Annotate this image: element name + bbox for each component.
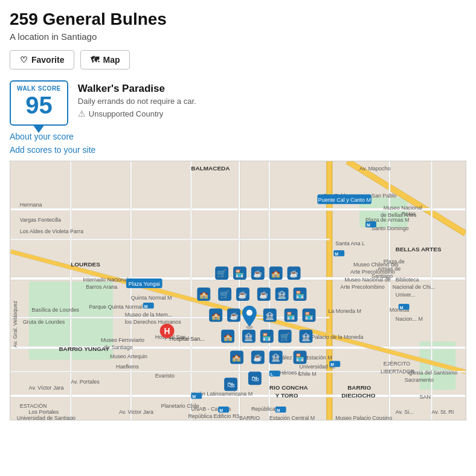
svg-text:EJÉRCITO: EJÉRCITO (384, 361, 410, 367)
svg-text:☕: ☕ (238, 290, 247, 299)
svg-text:los Derechos Humanos: los Derechos Humanos (125, 319, 181, 325)
svg-text:Iglesia del Santísimo: Iglesia del Santísimo (408, 370, 457, 376)
svg-text:Evaristo: Evaristo (155, 373, 175, 379)
svg-text:Plaza Yungai: Plaza Yungai (129, 281, 160, 287)
map-icon: 🗺 (91, 55, 99, 65)
svg-text:LOURDES: LOURDES (71, 261, 100, 268)
svg-text:🏦: 🏦 (244, 332, 253, 341)
map-label: Map (103, 55, 120, 65)
svg-text:M: M (144, 304, 148, 309)
svg-text:Los Portales: Los Portales (29, 409, 59, 415)
svg-text:🏫: 🏫 (211, 311, 220, 320)
svg-text:🏪: 🏪 (286, 311, 295, 320)
svg-text:Av. Víctor Jara: Av. Víctor Jara (29, 385, 64, 391)
svg-text:🏪: 🏪 (262, 332, 271, 341)
svg-text:Parque Quinta Normal: Parque Quinta Normal (89, 304, 143, 310)
svg-text:M: M (219, 408, 223, 413)
favorite-button[interactable]: ♡ Favorite (10, 50, 74, 69)
svg-text:M: M (277, 408, 280, 413)
svg-text:🛍: 🛍 (251, 375, 259, 383)
svg-text:Museo Nacional de: Museo Nacional de (344, 277, 391, 283)
svg-text:M: M (335, 252, 338, 256)
svg-text:Nacion... M: Nacion... M (396, 316, 423, 322)
walk-score-info: Walker's Paradise Daily errands do not r… (78, 80, 196, 118)
action-buttons: ♡ Favorite 🗺 Map (10, 50, 466, 69)
svg-text:🏦: 🏦 (265, 311, 274, 320)
svg-text:Santo Domingo: Santo Domingo (371, 225, 409, 231)
svg-text:Hermana: Hermana (20, 202, 42, 208)
svg-text:☕: ☕ (253, 353, 262, 362)
svg-text:Vargas Fontecilla: Vargas Fontecilla (20, 217, 61, 223)
add-scores-link[interactable]: Add scores to your site (10, 145, 466, 155)
about-score-link[interactable]: About your score (10, 132, 466, 141)
svg-text:🏦: 🏦 (277, 290, 286, 299)
svg-text:BARRIO YUNGAY: BARRIO YUNGAY (59, 346, 109, 352)
svg-text:🏫: 🏫 (199, 290, 208, 299)
svg-text:🏫: 🏫 (224, 332, 233, 341)
svg-text:🏫: 🏫 (233, 353, 242, 362)
walk-score-section: Walk Score 95 Walker's Paradise Daily er… (10, 80, 466, 126)
svg-text:BELLAS ARTES: BELLAS ARTES (396, 246, 442, 252)
svg-text:San Pablo: San Pablo (371, 193, 396, 199)
svg-text:Santa Ana L: Santa Ana L (335, 240, 365, 246)
svg-text:Museo Chileno del: Museo Chileno del (353, 262, 398, 268)
svg-text:Palacio de la Moneda: Palacio de la Moneda (311, 334, 363, 340)
svg-text:Av. Victor Jara: Av. Victor Jara (119, 409, 153, 415)
svg-text:☕: ☕ (253, 269, 262, 278)
svg-point-186 (246, 310, 252, 316)
walk-score-title: Walker's Paradise (78, 83, 196, 95)
svg-text:🛒: 🛒 (280, 332, 291, 342)
svg-text:Estación M: Estación M (305, 355, 332, 361)
svg-text:SAN: SAN (420, 394, 431, 400)
walk-score-description: Daily errands do not require a car. (78, 97, 196, 106)
svg-text:Y TORO: Y TORO (275, 392, 298, 399)
svg-text:Estación Central M: Estación Central M (269, 415, 315, 420)
warning-icon: ⚠ (78, 109, 86, 118)
svg-text:BARRIO: BARRIO (347, 384, 371, 391)
svg-text:M: M (192, 394, 196, 399)
map-button[interactable]: 🗺 Map (80, 50, 130, 69)
svg-text:ESTACIÓN: ESTACIÓN (20, 403, 47, 409)
svg-text:☕: ☕ (289, 269, 298, 278)
svg-text:Biblioteca: Biblioteca (396, 277, 419, 283)
walk-score-label: Walk Score (17, 85, 61, 92)
svg-text:Internado Nacional: Internado Nacional (83, 277, 128, 283)
svg-text:H: H (164, 326, 170, 336)
svg-text:de Santiago: de Santiago (104, 344, 133, 350)
svg-text:☕: ☕ (230, 311, 239, 320)
svg-text:Av. Si...: Av. Si... (396, 409, 414, 415)
warning-text: Unsupported Country (89, 109, 164, 118)
page-subtitle: A location in Santiago (10, 31, 466, 42)
svg-text:Haefkens: Haefkens (116, 364, 139, 370)
svg-text:BARRIO: BARRIO (239, 415, 260, 420)
svg-text:Av. Gral. Velásquez: Av. Gral. Velásquez (12, 300, 18, 347)
walk-score-badge: Walk Score 95 (10, 80, 68, 126)
svg-text:Universidad de Santiago: Universidad de Santiago (17, 415, 76, 420)
svg-text:Planetario Chile: Planetario Chile (161, 403, 199, 409)
svg-text:🛒: 🛒 (217, 269, 227, 278)
svg-text:L: L (271, 372, 274, 376)
svg-text:Av. Mapocho: Av. Mapocho (359, 166, 390, 172)
svg-text:Basílica de Lourdes: Basílica de Lourdes (32, 307, 80, 313)
heart-icon: ♡ (20, 55, 28, 65)
svg-text:Gruta de Lourdes: Gruta de Lourdes (23, 319, 65, 325)
svg-text:☕: ☕ (259, 290, 268, 299)
map-container[interactable]: BALMACEDA Av. Mapocho Hermana Vargas Fon… (10, 161, 466, 420)
svg-text:Quinta Normal M: Quinta Normal M (131, 295, 172, 301)
svg-text:Arte Precolombino: Arte Precolombino (340, 284, 385, 290)
svg-text:RIO CONCHA: RIO CONCHA (269, 384, 308, 391)
svg-text:M: M (330, 362, 334, 367)
svg-text:Museo Nacional: Museo Nacional (384, 205, 422, 211)
svg-text:Av. St. RI: Av. St. RI (432, 409, 454, 415)
svg-text:La Moneda M: La Moneda M (328, 308, 361, 314)
walk-score-warning: ⚠ Unsupported Country (78, 109, 196, 118)
favorite-label: Favorite (31, 55, 64, 65)
svg-text:🏪: 🏪 (235, 269, 244, 278)
svg-text:🏫: 🏫 (271, 269, 280, 278)
svg-text:🏦: 🏦 (271, 353, 280, 362)
svg-text:BALMACEDA: BALMACEDA (191, 165, 230, 172)
svg-text:Los Aldes de Violeta Parra: Los Aldes de Violeta Parra (20, 228, 83, 234)
svg-text:🏪: 🏪 (304, 311, 314, 320)
svg-text:🛍: 🛍 (227, 381, 234, 389)
walk-score-number: 95 (25, 92, 53, 118)
